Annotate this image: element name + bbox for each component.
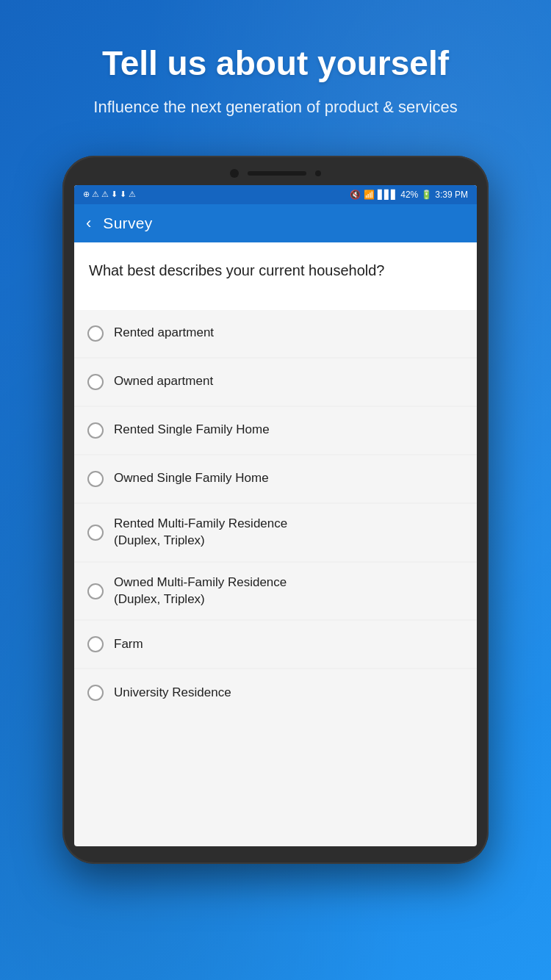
- survey-content: What best describes your current househo…: [74, 242, 477, 310]
- header-section: Tell us about yourself Influence the nex…: [0, 0, 551, 148]
- page-subtitle: Influence the next generation of product…: [29, 96, 522, 119]
- option-farm[interactable]: Farm: [74, 621, 477, 668]
- option-label-rented-mfr: Rented Multi-Family Residence(Duplex, Tr…: [114, 516, 287, 550]
- signal-icon: ▋▋▋: [378, 190, 397, 200]
- option-owned-sfh[interactable]: Owned Single Family Home: [74, 455, 477, 502]
- status-icons-left: ⊕ ⚠ ⚠ ⬇ ⬇ ⚠: [83, 190, 136, 199]
- option-rented-mfr[interactable]: Rented Multi-Family Residence(Duplex, Tr…: [74, 504, 477, 561]
- radio-rented-mfr[interactable]: [87, 525, 104, 541]
- wifi-icon: 📶: [364, 190, 375, 200]
- option-owned-apartment[interactable]: Owned apartment: [74, 359, 477, 406]
- option-label-farm: Farm: [114, 636, 143, 653]
- phone-outer: ⊕ ⚠ ⚠ ⬇ ⬇ ⚠ 🔇 📶 ▋▋▋ 42% 🔋 3:39 PM ‹ Surv…: [62, 156, 489, 864]
- options-list: Rented apartment Owned apartment Rented …: [74, 310, 477, 717]
- radio-owned-sfh[interactable]: [87, 471, 104, 487]
- option-label-rented-sfh: Rented Single Family Home: [114, 422, 270, 439]
- option-rented-apartment[interactable]: Rented apartment: [74, 310, 477, 357]
- option-owned-mfr[interactable]: Owned Multi-Family Residence(Duplex, Tri…: [74, 563, 477, 620]
- option-label-owned-apartment: Owned apartment: [114, 373, 213, 390]
- radio-university[interactable]: [87, 685, 104, 701]
- app-bar-title: Survey: [103, 215, 152, 232]
- option-label-owned-sfh: Owned Single Family Home: [114, 470, 269, 487]
- radio-owned-mfr[interactable]: [87, 583, 104, 599]
- radio-farm[interactable]: [87, 636, 104, 652]
- status-bar: ⊕ ⚠ ⚠ ⬇ ⬇ ⚠ 🔇 📶 ▋▋▋ 42% 🔋 3:39 PM: [74, 185, 477, 204]
- radio-owned-apartment[interactable]: [87, 374, 104, 390]
- option-university[interactable]: University Residence: [74, 669, 477, 716]
- page-title: Tell us about yourself: [29, 44, 522, 83]
- option-rented-sfh[interactable]: Rented Single Family Home: [74, 407, 477, 454]
- clock: 3:39 PM: [435, 190, 468, 200]
- app-bar: ‹ Survey: [74, 204, 477, 242]
- phone-mockup: ⊕ ⚠ ⚠ ⬇ ⬇ ⚠ 🔇 📶 ▋▋▋ 42% 🔋 3:39 PM ‹ Surv…: [62, 156, 489, 864]
- phone-speaker: [248, 171, 306, 176]
- survey-question: What best describes your current househo…: [89, 260, 462, 281]
- option-label-owned-mfr: Owned Multi-Family Residence(Duplex, Tri…: [114, 574, 287, 608]
- option-label-rented-apartment: Rented apartment: [114, 325, 214, 342]
- mute-icon: 🔇: [350, 190, 361, 200]
- phone-sensor: [315, 170, 321, 176]
- back-button[interactable]: ‹: [86, 215, 91, 231]
- battery-percent: 42%: [400, 190, 418, 200]
- phone-camera: [230, 169, 239, 178]
- notification-icon: ⊕ ⚠ ⚠ ⬇ ⬇ ⚠: [83, 190, 136, 199]
- phone-top: [74, 169, 477, 185]
- battery-icon: 🔋: [421, 190, 432, 200]
- radio-rented-apartment[interactable]: [87, 325, 104, 342]
- option-label-university: University Residence: [114, 685, 231, 702]
- phone-screen: ⊕ ⚠ ⚠ ⬇ ⬇ ⚠ 🔇 📶 ▋▋▋ 42% 🔋 3:39 PM ‹ Surv…: [74, 185, 477, 846]
- radio-rented-sfh[interactable]: [87, 422, 104, 439]
- status-right: 🔇 📶 ▋▋▋ 42% 🔋 3:39 PM: [350, 190, 468, 200]
